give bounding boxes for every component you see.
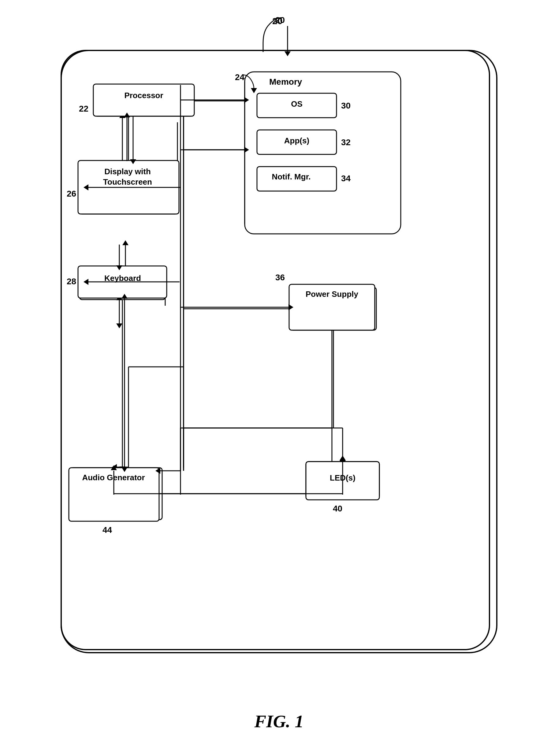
svg-marker-84 [116, 265, 122, 270]
ref-label-32: 32 [341, 138, 351, 147]
svg-marker-36 [82, 281, 87, 287]
svg-marker-86 [288, 304, 294, 310]
display-label: Display with Touchscreen [83, 167, 172, 187]
svg-marker-100 [339, 456, 346, 460]
figure-caption: FIG. 1 [254, 711, 303, 732]
svg-marker-82 [122, 240, 128, 245]
svg-marker-49 [119, 466, 125, 471]
svg-marker-70 [130, 159, 136, 164]
svg-marker-96 [122, 294, 128, 299]
svg-marker-94 [155, 468, 160, 474]
apps-label: App(s) [275, 136, 318, 145]
keyboard-label: Keyboard [91, 274, 155, 283]
ref-label-36: 36 [275, 273, 285, 282]
svg-marker-80 [83, 279, 88, 285]
ref-label-28: 28 [67, 277, 76, 287]
os-label: OS [281, 99, 312, 109]
ref-label-44: 44 [102, 525, 112, 535]
svg-marker-72 [124, 112, 130, 117]
ref-label-30: 30 [341, 101, 351, 111]
svg-marker-98 [122, 467, 128, 472]
svg-marker-1 [284, 51, 290, 56]
svg-marker-42 [339, 460, 346, 465]
svg-marker-90 [111, 465, 117, 470]
svg-marker-45 [112, 464, 117, 470]
leds-label: LED(s) [318, 473, 367, 483]
svg-marker-18 [244, 98, 249, 104]
notif-mgr-label: Notif. Mgr. [264, 172, 319, 182]
ref-label-26: 26 [67, 189, 76, 199]
power-supply-label: Power Supply [295, 289, 369, 300]
svg-marker-38 [290, 306, 295, 312]
svg-marker-30 [116, 295, 122, 300]
ref-label-20: 20 [272, 16, 282, 26]
ref-label-22: 22 [79, 104, 88, 114]
svg-marker-14 [125, 161, 131, 166]
svg-marker-78 [244, 147, 249, 153]
svg-rect-3 [95, 86, 193, 116]
ref-label-24: 24 [235, 73, 245, 82]
svg-rect-56 [245, 72, 401, 234]
svg-marker-68 [244, 97, 249, 103]
svg-rect-4 [245, 73, 398, 232]
memory-label: Memory [269, 77, 302, 87]
processor-label: Processor [113, 91, 174, 100]
audio-generator-label: Audio Generator [74, 472, 153, 483]
ref-label-34: 34 [341, 173, 351, 183]
svg-marker-102 [251, 88, 257, 93]
ref-label-40: 40 [333, 504, 342, 514]
svg-marker-22 [244, 147, 249, 153]
svg-marker-31 [116, 323, 122, 328]
svg-marker-16 [119, 113, 125, 118]
